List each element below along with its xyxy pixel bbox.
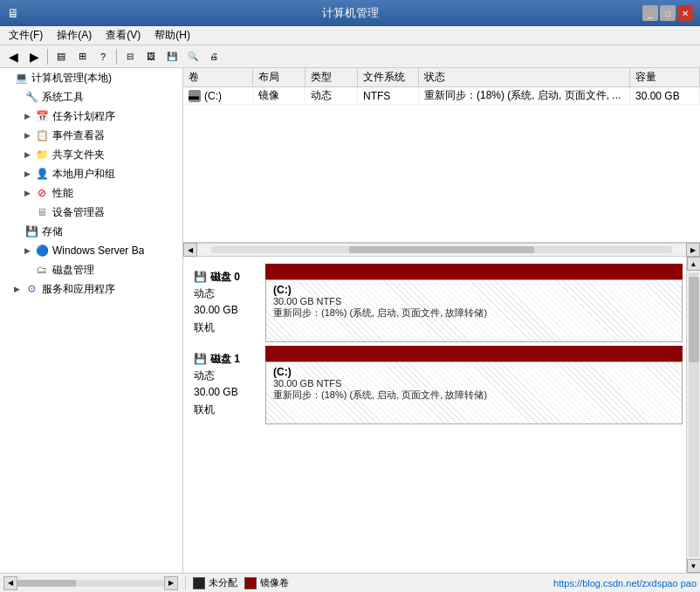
col-fs[interactable]: 文件系统	[358, 68, 419, 86]
menu-file[interactable]: 文件(F)	[3, 27, 48, 44]
h-scrollbar-track[interactable]	[211, 246, 672, 253]
sidebar-label-backup: Windows Server Ba	[52, 244, 144, 257]
h-scrollbar[interactable]: ◀ ▶	[183, 243, 700, 257]
save-button[interactable]: 💾	[162, 48, 182, 65]
sidebar-label-share: 共享文件夹	[52, 148, 105, 162]
forward-button[interactable]: ▶	[24, 48, 44, 65]
sidebar-item-devices[interactable]: 🖥 设备管理器	[21, 203, 182, 222]
tree-arrow-event: ▶	[24, 131, 35, 140]
sidebar-item-storage[interactable]: 💾 存储	[10, 222, 182, 241]
backup-icon: 🔵	[35, 244, 49, 258]
search-button[interactable]: 🔍	[183, 48, 202, 65]
v-scrollbar[interactable]: ▲ ▼	[686, 257, 700, 573]
sidebar-item-system-tools[interactable]: 🔧 系统工具	[10, 87, 182, 107]
sidebar-item-root[interactable]: 💻 计算机管理(本地)	[0, 68, 182, 87]
disk-1-icon: 💾	[194, 351, 207, 368]
vol-icon: ▬	[189, 90, 201, 102]
sidebar-label-storage: 存储	[42, 224, 63, 239]
sidebar-scroll-left[interactable]: ◀	[3, 576, 17, 590]
col-capacity[interactable]: 容量	[630, 68, 700, 86]
sidebar-spacer	[0, 299, 182, 316]
v-scroll-down[interactable]: ▼	[687, 559, 701, 573]
sidebar-item-services[interactable]: ▶ ⚙ 服务和应用程序	[10, 279, 182, 299]
disk-0-type: 动态	[194, 286, 258, 302]
sidebar-item-event[interactable]: ▶ 📋 事件查看器	[21, 126, 182, 145]
print-button[interactable]: 🖨	[204, 48, 223, 65]
disk-1-bar	[265, 346, 683, 361]
disk-1-part-status: 重新同步：(18%) (系统, 启动, 页面文件, 故障转储)	[273, 389, 675, 402]
cell-fs: NTFS	[358, 88, 419, 104]
v-scroll-up[interactable]: ▲	[687, 257, 701, 271]
disk-1-status: 联机	[194, 402, 258, 418]
status-bar: ◀ ▶ 未分配 镜像卷 https://blog.csdn.net/zxdspa…	[0, 573, 700, 592]
disk-1-partition[interactable]: (C:) 30.00 GB NTFS 重新同步：(18%) (系统, 启动, 页…	[265, 361, 683, 424]
maximize-button[interactable]: □	[660, 5, 676, 21]
close-button[interactable]: ✕	[677, 5, 693, 21]
users-icon: 👤	[35, 167, 49, 181]
col-status[interactable]: 状态	[419, 68, 630, 86]
h-scrollbar-thumb[interactable]	[349, 246, 533, 253]
disk-entry-1: 💾 磁盘 1 动态 30.00 GB 联机 (C:) 30.00 GB NT	[187, 346, 683, 424]
v-scroll-thumb[interactable]	[689, 277, 699, 362]
menu-view[interactable]: 查看(V)	[100, 27, 146, 44]
back-button[interactable]: ◀	[3, 48, 23, 65]
legend-box-mirror	[244, 577, 257, 589]
help-button[interactable]: ?	[93, 48, 113, 65]
sidebar-h-scroll[interactable]: ◀ ▶	[3, 576, 178, 590]
scroll-left-arrow[interactable]: ◀	[183, 243, 197, 257]
cell-layout: 镜像	[253, 87, 305, 105]
show-standard-button[interactable]: ⊞	[72, 48, 92, 65]
window-title: 计算机管理	[322, 5, 379, 21]
tree-arrow-users: ▶	[24, 169, 35, 178]
sidebar-scroll-right[interactable]: ▶	[164, 576, 178, 590]
share-icon: 📁	[35, 148, 49, 162]
sidebar-item-users[interactable]: ▶ 👤 本地用户和组	[21, 164, 182, 183]
disk-0-partition[interactable]: (C:) 30.00 GB NTFS 重新同步：(18%) (系统, 启动, 页…	[265, 279, 683, 342]
col-vol[interactable]: 卷	[183, 68, 253, 86]
event-icon: 📋	[35, 128, 49, 142]
scroll-right-arrow[interactable]: ▶	[686, 243, 700, 257]
tree-arrow-services: ▶	[14, 285, 24, 293]
disk-1-size: 30.00 GB	[194, 384, 258, 401]
show-hide-tree-button[interactable]: ▤	[51, 48, 71, 65]
sidebar: 💻 计算机管理(本地) 🔧 系统工具 ▶ 📅 任务计划程序 ▶ 📋 事件查看器 …	[0, 68, 183, 573]
status-divider-1	[185, 576, 186, 590]
sidebar-item-task[interactable]: ▶ 📅 任务计划程序	[21, 107, 182, 126]
toolbar: ◀ ▶ ▤ ⊞ ? ⊟ 🖼 💾 🔍 🖨	[0, 45, 700, 68]
col-type[interactable]: 类型	[305, 68, 358, 86]
disk-1-part-fs: 30.00 GB NTFS	[273, 378, 675, 389]
cell-status: 重新同步：(18%) (系统, 启动, 页面文件, ...	[419, 87, 630, 105]
new-window-button[interactable]: ⊟	[120, 48, 140, 65]
sidebar-scroll-thumb[interactable]	[17, 580, 76, 587]
sidebar-item-disk[interactable]: 🗂 磁盘管理	[21, 260, 182, 279]
properties-button[interactable]: 🖼	[141, 48, 161, 65]
sidebar-label-users: 本地用户和组	[52, 167, 115, 182]
disk-0-size: 30.00 GB	[194, 302, 258, 319]
sidebar-label-task: 任务计划程序	[52, 109, 115, 124]
disk-0-part-label: (C:)	[273, 284, 675, 296]
legend-box-unallocated	[193, 577, 205, 589]
sidebar-item-backup[interactable]: ▶ 🔵 Windows Server Ba	[21, 241, 182, 260]
status-url: https://blog.csdn.net/zxdspao pao	[553, 578, 697, 589]
sidebar-item-share[interactable]: ▶ 📁 共享文件夹	[21, 145, 182, 164]
disk-0-icon: 💾	[194, 269, 207, 286]
sidebar-item-perf[interactable]: ▶ ⊘ 性能	[21, 183, 182, 203]
menu-help[interactable]: 帮助(H)	[149, 27, 196, 44]
table-row[interactable]: ▬ (C:) 镜像 动态 NTFS 重新同步：(18%) (系统, 启动, 页面…	[183, 87, 700, 105]
task-icon: 📅	[35, 109, 49, 123]
disk-0-part-status: 重新同步：(18%) (系统, 启动, 页面文件, 故障转储)	[273, 306, 675, 320]
tools-icon: 🔧	[24, 90, 38, 104]
cell-type: 动态	[305, 87, 358, 105]
tree-arrow-backup: ▶	[24, 246, 35, 255]
sidebar-label-event: 事件查看器	[52, 128, 105, 143]
sidebar-label-devices: 设备管理器	[52, 205, 105, 220]
menu-action[interactable]: 操作(A)	[51, 27, 97, 44]
minimize-button[interactable]: _	[642, 5, 658, 21]
sidebar-scroll-track[interactable]	[17, 580, 164, 587]
col-layout[interactable]: 布局	[253, 68, 305, 86]
tree-arrow-perf: ▶	[24, 189, 35, 197]
lower-panels: 💾 磁盘 0 动态 30.00 GB 联机 (C:) 30.00 GB NT	[183, 257, 700, 573]
v-scroll-track[interactable]	[689, 272, 699, 557]
disk-1-type: 动态	[194, 368, 258, 384]
storage-icon: 💾	[24, 224, 38, 238]
